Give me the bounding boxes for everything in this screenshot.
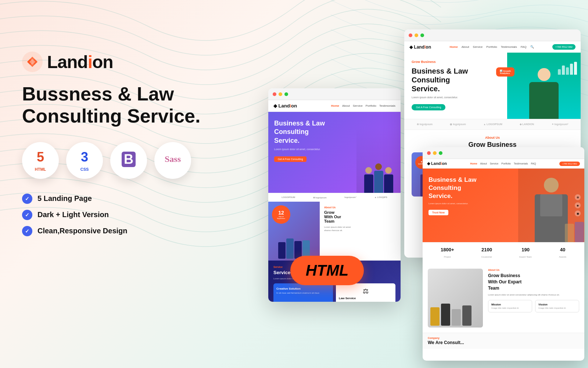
b1-nav-service: Service xyxy=(353,104,363,107)
b1-card-law: ⚖ Law Service In sit risus sed fermentum… xyxy=(336,283,395,302)
b3-mission-text: Image title italic imperdiet di. xyxy=(491,307,529,309)
b3-stat-label-3: Expert Team xyxy=(519,256,532,258)
b3-stat-num-3: 190 xyxy=(519,247,532,252)
b2-nav-links: Home About Service Portfolio Testimonial… xyxy=(449,45,534,49)
b3-company-title: We Are Consult... xyxy=(428,340,579,345)
b3-bg-person-2 xyxy=(575,222,584,242)
b3-ap-3 xyxy=(452,309,461,326)
sass-badge: Sass xyxy=(154,142,191,179)
b2-logo-5: ✦ logoipsum² xyxy=(552,123,569,126)
dot-yellow-1 xyxy=(279,92,282,96)
person-silhouette-1 xyxy=(278,242,286,259)
b1-logo-1: LOGOIPSUM xyxy=(282,196,295,199)
html-overlay-badge: HTML xyxy=(290,256,364,285)
b3-hero: Business & LawConsultingService. Lorem i… xyxy=(423,169,584,242)
b1-about-content: About Us GrowWith OurTeam Lorem ipsum do… xyxy=(320,202,401,261)
b2-logo-2: ◉ logoipsum xyxy=(450,123,466,126)
b3-vision-title: Vission xyxy=(538,303,576,306)
person-1 xyxy=(364,167,373,193)
b2-stats-text: 📊 GrowthAnalytics xyxy=(500,70,511,74)
b1-years-num: 12 xyxy=(278,210,284,216)
b3-hero-image: ⊕ ◈ ◉ xyxy=(518,169,584,242)
b3-side-icons: ⊕ ◈ ◉ xyxy=(575,194,581,216)
browser-2-bar xyxy=(404,29,581,41)
css-icon-symbol: 3 xyxy=(81,149,88,165)
feature-label-3: Clean,Responsive Design xyxy=(37,227,128,235)
b3-ap-4 xyxy=(462,305,472,326)
b1-about-tag: About Us xyxy=(324,206,396,209)
b3-stat-label-1: Project xyxy=(444,256,451,258)
browser-1-bar xyxy=(268,88,401,100)
b3-man xyxy=(535,178,568,242)
b1-about-title: GrowWith OurTeam xyxy=(324,210,396,223)
b3-about-content: About Us Grow BusinessWith Our ExpartTea… xyxy=(488,269,579,328)
b3-nav-btn[interactable]: +786 5512 882 xyxy=(559,162,580,166)
b3-body xyxy=(535,194,568,242)
b1-logo-2: ⊕ logoipsum xyxy=(313,196,327,199)
b2-logo-1: ⊕ logoipsum xyxy=(417,123,433,126)
b1-card-creative-title: Creative Solution xyxy=(276,287,330,290)
b3-hero-btn[interactable]: Trust Now xyxy=(429,210,448,215)
b1-about: 12 Year ofExperience About Us GrowWith O… xyxy=(268,202,401,261)
b1-about-text: Lorem ipsum dolor sit ametshamo rhoncus … xyxy=(324,226,396,232)
feature-item-3: ✓ Clean,Responsive Design xyxy=(22,226,206,236)
b3-nav-links: Home About Service Portfolio Testimonial… xyxy=(470,162,536,165)
b3-vision-text: Image title italic imperdiet di. xyxy=(538,307,576,309)
b2-nav-about: About xyxy=(462,45,469,49)
mockup-container: ◆ Landion Home About Service Portfolio T… xyxy=(257,0,588,368)
feature-check-3: ✓ xyxy=(22,226,32,236)
b2-logo-4: ◆ LANDION xyxy=(520,123,534,126)
b2-nav-home: Home xyxy=(449,45,458,49)
b2-hero-btn[interactable]: Get A Free Consulting xyxy=(412,104,445,110)
b3-ap-2 xyxy=(441,304,450,326)
b1-card-law-title: Law Service xyxy=(339,297,392,300)
b3-nav-portfolio: Portfolio xyxy=(501,162,511,165)
b1-about-img: 12 Year ofExperience xyxy=(268,202,320,261)
bootstrap-icon-symbol: B xyxy=(122,152,136,167)
feature-item-2: ✓ Dark + Light Version xyxy=(22,210,206,220)
b1-hero-btn[interactable]: Get A Free Consulting xyxy=(274,156,306,162)
dot-red-3 xyxy=(427,151,431,155)
b3-stats: 1800+ Project 2100 Coustomer 190 Expert … xyxy=(423,242,584,263)
person-silhouette-2 xyxy=(286,238,294,259)
b1-nav-portfolio: Portfolio xyxy=(366,104,376,107)
html-overlay-text: HTML xyxy=(306,262,349,279)
b2-nav-testimonials: Testimonials xyxy=(501,45,517,49)
b3-stat-3: 190 Expert Team xyxy=(519,247,532,259)
logo-icon xyxy=(22,52,43,72)
html-icon-symbol: 5 xyxy=(37,149,44,165)
b3-side-icon-1: ⊕ xyxy=(575,194,581,200)
b3-mission-vision: Mission Image title italic imperdiet di.… xyxy=(488,300,579,312)
dot-green-1 xyxy=(284,92,288,96)
b1-people xyxy=(356,127,401,193)
b3-stat-num-2: 2100 xyxy=(481,247,492,252)
b1-card-creative-text: In sit risus sed fermentum viverra in si… xyxy=(276,292,330,294)
b1-hero-person xyxy=(356,127,401,193)
b3-office-bg xyxy=(564,222,584,242)
sass-icon-symbol: Sass xyxy=(165,154,181,164)
feature-check-1: ✓ xyxy=(22,194,32,204)
person-body-3 xyxy=(384,174,393,193)
b1-nav-links: Home About Service Portfolio Testimonial… xyxy=(331,104,395,107)
b1-nav-about: About xyxy=(342,104,350,107)
b2-nav-search: 🔍 xyxy=(530,45,534,49)
b3-company-tag: Company xyxy=(428,337,579,339)
b1-logos-row: LOGOIPSUM ⊕ logoipsum logoipsum° ▲ LOGQI… xyxy=(268,193,401,202)
b3-stat-2: 2100 Coustomer xyxy=(481,247,492,259)
b2-nav-btn[interactable]: +786 5512 882 xyxy=(552,44,576,50)
person-body-2 xyxy=(374,171,383,193)
dot-yellow-2 xyxy=(415,33,418,37)
main-title: Bussness & Law Consulting Service. xyxy=(22,83,206,127)
b2-about-tag: About Us xyxy=(412,136,573,139)
person-3 xyxy=(384,167,393,193)
b3-nav: ◆ Landion Home About Service Portfolio T… xyxy=(423,159,584,169)
b1-card-law-text: In sit risus sed fermentum viverra in si… xyxy=(339,301,392,302)
b3-nav-faq: FAQ xyxy=(531,162,536,165)
feature-label-2: Dark + Light Version xyxy=(37,210,109,219)
b3-suit xyxy=(540,194,562,216)
b3-about-img xyxy=(428,269,483,328)
b1-nav-testimonials: Testimonials xyxy=(379,104,395,107)
logo-area: Landion xyxy=(22,52,206,72)
person-body-1 xyxy=(364,174,373,193)
b2-hero: Grow Business Business & LawConsultingSe… xyxy=(404,53,581,119)
